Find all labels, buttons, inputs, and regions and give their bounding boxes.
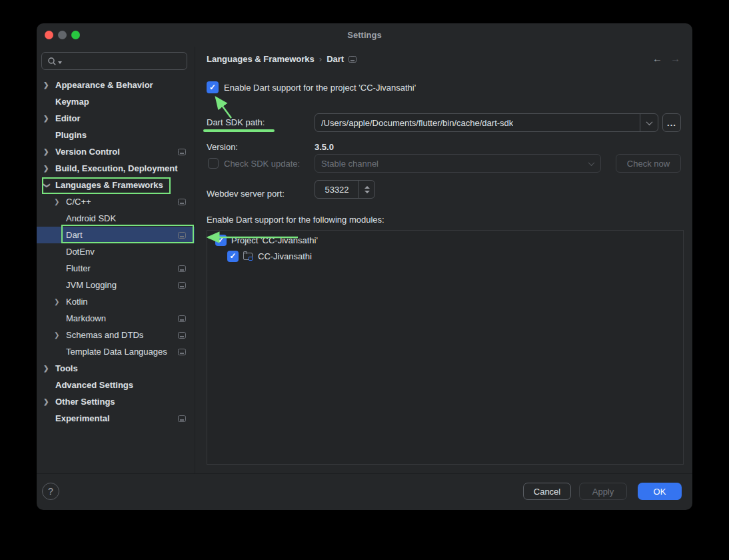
sidebar-item-label: Other Settings xyxy=(55,397,115,407)
apply-button: Apply xyxy=(579,483,627,500)
title-bar: Settings xyxy=(37,23,692,47)
sidebar-item-label: Appearance & Behavior xyxy=(55,80,153,90)
module-checkbox[interactable]: ✓ xyxy=(215,235,227,246)
browse-sdk-button[interactable]: ... xyxy=(662,113,681,132)
per-project-icon xyxy=(178,415,186,422)
per-project-icon xyxy=(178,265,186,272)
sdk-path-value: /Users/apple/Documents/flutter/bin/cache… xyxy=(321,118,513,128)
chevron-collapsed-icon[interactable]: ❯ xyxy=(43,82,55,89)
chevron-collapsed-icon[interactable]: ❯ xyxy=(43,149,55,155)
sidebar-item-keymap[interactable]: ❯Keymap xyxy=(37,93,195,110)
modules-section-label: Enable Dart support for the following mo… xyxy=(207,215,384,225)
sidebar-item-label: C/C++ xyxy=(66,197,91,207)
per-project-icon xyxy=(178,315,186,322)
module-label: Project 'CC-Jivansathi' xyxy=(231,235,318,245)
chevron-down-icon xyxy=(588,159,595,166)
forward-arrow-icon: → xyxy=(670,53,680,64)
sidebar-item-languages-frameworks[interactable]: ❯Languages & Frameworks xyxy=(37,177,195,193)
sidebar-item-tools[interactable]: ❯Tools xyxy=(37,360,195,377)
sidebar-item-label: Plugins xyxy=(55,130,87,140)
sidebar-item-advanced-settings[interactable]: ❯Advanced Settings xyxy=(37,377,195,393)
module-folder-icon xyxy=(243,252,253,260)
sidebar-item-appearance-behavior[interactable]: ❯Appearance & Behavior xyxy=(37,77,195,93)
sidebar-item-build-execution-deployment[interactable]: ❯Build, Execution, Deployment xyxy=(37,160,195,177)
sidebar-item-c-cpp[interactable]: ❯C/C++ xyxy=(37,193,195,210)
version-label: Version: xyxy=(207,142,238,152)
breadcrumb-section[interactable]: Languages & Frameworks xyxy=(207,54,315,64)
help-button[interactable]: ? xyxy=(42,483,59,500)
chevron-collapsed-icon[interactable]: ❯ xyxy=(43,115,55,122)
breadcrumb: Languages & Frameworks › Dart xyxy=(207,54,357,64)
sidebar-item-flutter[interactable]: ❯Flutter xyxy=(37,260,195,277)
per-project-icon xyxy=(178,232,186,239)
sidebar-item-dart[interactable]: ❯Dart xyxy=(37,227,195,243)
settings-tree: ❯Appearance & Behavior❯Keymap❯Editor❯Plu… xyxy=(37,77,195,427)
sidebar-item-markdown[interactable]: ❯Markdown xyxy=(37,310,195,327)
decrement-icon[interactable] xyxy=(364,191,370,193)
sidebar-item-android-sdk[interactable]: ❯Android SDK xyxy=(37,210,195,227)
sidebar-item-label: Kotlin xyxy=(66,297,88,307)
sdk-channel-select: Stable channel xyxy=(315,154,601,173)
check-now-button: Check now xyxy=(616,154,681,173)
breadcrumb-separator: › xyxy=(319,54,322,64)
chevron-collapsed-icon[interactable]: ❯ xyxy=(43,165,55,172)
chevron-collapsed-icon[interactable]: ❯ xyxy=(43,365,55,372)
sidebar-item-label: Advanced Settings xyxy=(55,380,133,390)
sidebar-item-label: Template Data Languages xyxy=(66,347,167,357)
chevron-down-icon xyxy=(646,119,652,125)
sidebar-item-label: Android SDK xyxy=(66,213,116,223)
sdk-path-input[interactable]: /Users/apple/Documents/flutter/bin/cache… xyxy=(315,113,658,132)
webdev-port-value: 53322 xyxy=(315,185,359,195)
sidebar-item-other-settings[interactable]: ❯Other Settings xyxy=(37,393,195,410)
back-arrow-icon[interactable]: ← xyxy=(652,53,662,64)
sidebar-item-label: Editor xyxy=(55,113,81,123)
sidebar-item-label: Experimental xyxy=(55,413,110,423)
settings-search-input[interactable] xyxy=(41,52,187,70)
chevron-collapsed-icon[interactable]: ❯ xyxy=(54,299,66,305)
enable-dart-project-checkbox[interactable]: ✓ xyxy=(207,81,219,93)
ok-button[interactable]: OK xyxy=(638,483,682,500)
module-row[interactable]: ✓CC-Jivansathi xyxy=(207,248,683,264)
module-checkbox[interactable]: ✓ xyxy=(227,251,239,262)
sidebar-item-version-control[interactable]: ❯Version Control xyxy=(37,143,195,160)
chevron-collapsed-icon[interactable]: ❯ xyxy=(54,199,66,205)
stepper-buttons[interactable] xyxy=(359,181,374,198)
per-project-icon xyxy=(178,199,186,205)
sidebar-item-jvm-logging[interactable]: ❯JVM Logging xyxy=(37,277,195,293)
sidebar-item-schemas-dtds[interactable]: ❯Schemas and DTDs xyxy=(37,327,195,343)
chevron-collapsed-icon[interactable]: ❯ xyxy=(43,399,55,405)
module-label: CC-Jivansathi xyxy=(258,251,312,261)
per-project-icon xyxy=(178,349,186,355)
sidebar-item-experimental[interactable]: ❯Experimental xyxy=(37,410,195,427)
sidebar-item-label: DotEnv xyxy=(66,247,95,257)
settings-sidebar: ❯Appearance & Behavior❯Keymap❯Editor❯Plu… xyxy=(37,47,195,473)
chevron-collapsed-icon[interactable]: ❯ xyxy=(54,332,66,339)
check-sdk-update-checkbox[interactable] xyxy=(208,158,219,169)
sidebar-item-label: Keymap xyxy=(55,97,89,107)
sidebar-item-label: Build, Execution, Deployment xyxy=(55,163,177,173)
sidebar-item-label: Version Control xyxy=(55,147,120,157)
per-project-icon xyxy=(178,332,186,339)
enable-dart-project-label: Enable Dart support for the project 'CC-… xyxy=(224,83,416,93)
sidebar-item-dotenv[interactable]: ❯DotEnv xyxy=(37,243,195,260)
sidebar-item-template-data-languages[interactable]: ❯Template Data Languages xyxy=(37,343,195,360)
sidebar-item-label: Tools xyxy=(55,363,78,373)
per-project-icon xyxy=(349,56,357,63)
increment-icon[interactable] xyxy=(364,186,370,189)
sidebar-item-label: Dart xyxy=(66,230,83,240)
cancel-button[interactable]: Cancel xyxy=(523,483,571,500)
chevron-expanded-icon[interactable]: ❯ xyxy=(43,183,50,195)
version-value: 3.5.0 xyxy=(315,142,334,152)
sdk-path-dropdown-button[interactable] xyxy=(640,114,658,131)
search-history-chevron-icon[interactable] xyxy=(58,61,62,64)
module-row[interactable]: ✓Project 'CC-Jivansathi' xyxy=(207,232,683,248)
sidebar-item-label: JVM Logging xyxy=(66,280,117,290)
check-sdk-update-label: Check SDK update: xyxy=(224,159,300,169)
modules-list: ✓Project 'CC-Jivansathi'✓CC-Jivansathi xyxy=(207,230,684,465)
sidebar-item-plugins[interactable]: ❯Plugins xyxy=(37,127,195,143)
sidebar-item-kotlin[interactable]: ❯Kotlin xyxy=(37,293,195,310)
sidebar-item-editor[interactable]: ❯Editor xyxy=(37,110,195,127)
sidebar-item-label: Flutter xyxy=(66,263,91,273)
sidebar-item-label: Languages & Frameworks xyxy=(55,180,163,190)
webdev-port-stepper[interactable]: 53322 xyxy=(315,180,375,199)
